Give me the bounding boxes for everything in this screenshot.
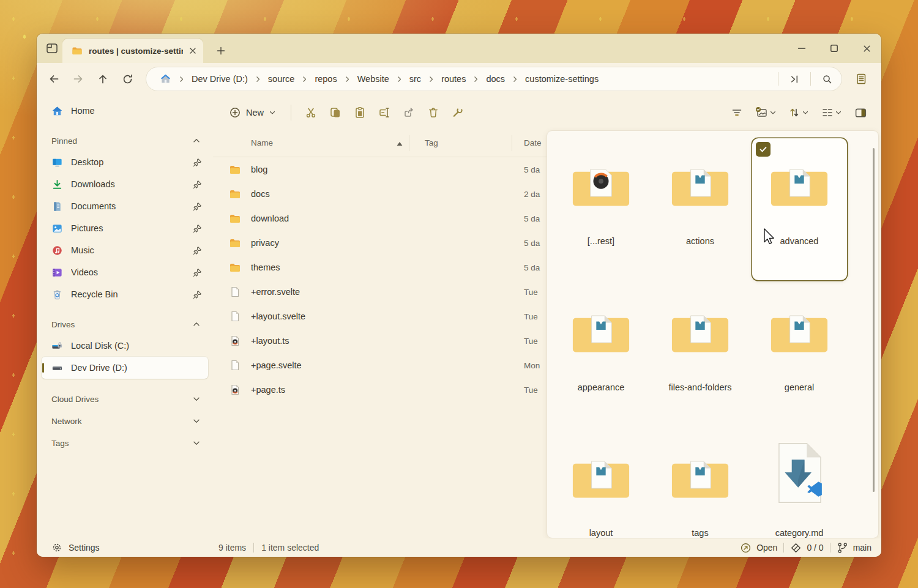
column-header-date[interactable]: Date (524, 138, 542, 147)
breadcrumb-item[interactable]: src (406, 72, 425, 86)
grid-item-category.md[interactable]: category.md (752, 430, 847, 538)
grid-item-files-and-folders[interactable]: files-and-folders (653, 285, 748, 426)
scrollbar-thumb[interactable] (873, 148, 875, 492)
grid-item-label: files-and-folders (655, 382, 745, 392)
file-row[interactable]: +layout.svelteTue (213, 304, 547, 329)
column-divider[interactable] (512, 135, 512, 151)
toolbar-separator (291, 105, 291, 121)
sidebar-item-desktop[interactable]: Desktop (42, 151, 208, 173)
git-branch-button[interactable]: main (837, 542, 871, 554)
new-tab-button[interactable] (212, 42, 230, 60)
breadcrumb-item[interactable]: docs (482, 72, 509, 86)
column-header-name[interactable]: Name (251, 138, 273, 147)
sidebar-toggle-button[interactable] (42, 38, 62, 59)
file-row[interactable]: +error.svelteTue (213, 280, 547, 304)
minimize-button[interactable] (797, 43, 807, 53)
file-row[interactable]: download5 da (213, 206, 547, 231)
chevron-up-icon (192, 320, 201, 329)
paste-button[interactable] (348, 102, 372, 124)
file-row[interactable]: +layout.tsTue (213, 329, 547, 353)
pictures-icon (51, 223, 63, 234)
file-row[interactable]: docs2 da (213, 182, 547, 206)
close-tab-icon[interactable] (188, 47, 197, 55)
git-changes-button[interactable]: 0 / 0 (790, 542, 823, 554)
chevron-right-icon (427, 75, 435, 83)
settings-button[interactable]: Settings (37, 542, 100, 553)
sidebar-section-drives[interactable]: Drives (42, 314, 208, 335)
sidebar-item-dev-drive-d-[interactable]: Dev Drive (D:) (42, 357, 208, 379)
sidebar-item-music[interactable]: Music (42, 239, 208, 261)
sidebar-item-pictures[interactable]: Pictures (42, 217, 208, 239)
close-window-button[interactable] (862, 43, 871, 53)
filter-button[interactable] (725, 102, 749, 124)
chevron-right-icon (254, 75, 262, 83)
breadcrumb-item[interactable]: Dev Drive (D:) (188, 72, 252, 86)
file-row[interactable]: privacy5 da (213, 231, 547, 255)
sidebar-item-home[interactable]: Home (42, 100, 208, 122)
file-name: +page.svelte (251, 360, 405, 370)
maximize-button[interactable] (829, 43, 839, 53)
git-status-count: 0 / 0 (807, 543, 823, 553)
selection-checkbox[interactable] (756, 142, 771, 157)
forward-button[interactable] (67, 68, 89, 90)
sidebar-section-cloud-drives[interactable]: Cloud Drives (42, 389, 208, 409)
copy-button[interactable] (323, 102, 348, 124)
refresh-button[interactable] (116, 68, 138, 90)
folder-icon (229, 163, 241, 176)
desktop-icon (51, 157, 63, 168)
sidebar-item-documents[interactable]: Documents (42, 195, 208, 217)
sidebar-section-pinned[interactable]: Pinned (42, 130, 208, 151)
chevron-right-icon (395, 75, 403, 83)
details-pane-button[interactable] (849, 68, 873, 90)
properties-button[interactable] (446, 102, 470, 124)
select-button[interactable] (749, 102, 782, 124)
go-to-end-button[interactable] (785, 70, 804, 88)
sort-button[interactable] (782, 102, 815, 124)
selected-count: 1 item selected (261, 543, 319, 553)
sidebar-section-label: Cloud Drives (51, 395, 99, 404)
search-button[interactable] (817, 70, 837, 88)
address-bar[interactable]: Dev Drive (D:)sourcereposWebsitesrcroute… (146, 67, 842, 91)
breadcrumb-home-button[interactable] (156, 71, 175, 87)
share-button[interactable] (397, 102, 421, 124)
breadcrumb-item[interactable]: source (264, 72, 299, 86)
sidebar-item-downloads[interactable]: Downloads (42, 173, 208, 195)
breadcrumb-item[interactable]: routes (438, 72, 469, 86)
sidebar-section-network[interactable]: Network (42, 411, 208, 431)
grid-item-advanced[interactable]: advanced (752, 138, 847, 280)
new-button[interactable]: New (222, 102, 283, 124)
tab-routes-customize-settings[interactable]: routes | customize-settings (62, 39, 203, 63)
file-row[interactable]: +page.svelteMon (213, 353, 547, 378)
sidebar-item-local-disk-c-[interactable]: Local Disk (C:) (42, 335, 208, 357)
back-button[interactable] (43, 68, 65, 90)
grid-item-tags[interactable]: tags (653, 430, 748, 538)
mouse-cursor (763, 228, 778, 247)
file-row[interactable]: +page.tsTue (213, 378, 547, 402)
grid-item--...rest-[interactable]: [...rest] (554, 138, 649, 280)
open-button[interactable]: Open (740, 542, 777, 554)
sidebar-section-tags[interactable]: Tags (42, 433, 208, 453)
sidebar-item-recycle-bin[interactable]: Recycle Bin (42, 283, 208, 305)
main-pane: New (213, 95, 881, 538)
delete-button[interactable] (421, 102, 446, 124)
preview-pane-toggle[interactable] (848, 102, 873, 124)
grid-item-layout[interactable]: layout (554, 430, 649, 538)
sidebar-item-videos[interactable]: Videos (42, 261, 208, 283)
up-button[interactable] (92, 68, 114, 90)
grid-item-general[interactable]: general (752, 285, 847, 426)
column-divider[interactable] (409, 135, 409, 151)
breadcrumb-item[interactable]: repos (311, 72, 340, 86)
column-header-tag[interactable]: Tag (425, 138, 438, 147)
pin-icon (193, 180, 202, 189)
grid-item-actions[interactable]: actions (653, 138, 748, 280)
rename-button[interactable] (372, 102, 397, 124)
breadcrumb-item[interactable]: Website (354, 72, 393, 86)
file-row[interactable]: themes5 da (213, 255, 547, 280)
view-button[interactable] (815, 102, 848, 124)
cut-button[interactable] (299, 102, 323, 124)
breadcrumb-item[interactable]: customize-settings (521, 72, 602, 86)
grid-item-appearance[interactable]: appearance (554, 285, 649, 426)
file-row[interactable]: blog5 da (213, 157, 547, 182)
home-icon (51, 105, 63, 117)
file-date: 5 da (508, 214, 540, 223)
